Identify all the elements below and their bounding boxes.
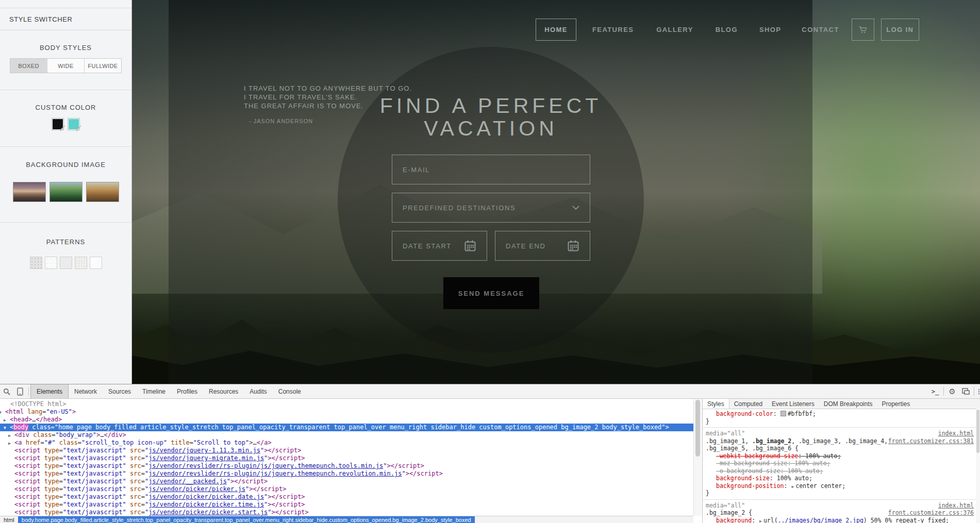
console-drawer-button[interactable]: >_ xyxy=(928,384,942,398)
nav-item-gallery[interactable]: GALLERY xyxy=(656,26,693,33)
gear-icon: ⚙ xyxy=(949,387,955,396)
tab-resources[interactable]: Resources xyxy=(203,384,244,398)
tab-timeline[interactable]: Timeline xyxy=(137,384,171,398)
quote-line: I TRAVEL NOT TO GO ANYWHERE BUT TO GO. xyxy=(244,84,412,93)
media-query-line: media="all"index.html xyxy=(706,502,980,510)
scrollbar-thumb[interactable] xyxy=(976,410,979,453)
body-style-wide[interactable]: WIDE xyxy=(47,59,85,73)
destinations-select[interactable]: PREDEFINED DESTINATIONS xyxy=(392,193,590,223)
tab-computed[interactable]: Computed xyxy=(729,399,767,409)
nav-item-shop[interactable]: SHOP xyxy=(759,26,781,33)
css-property[interactable]: background: ▶url(../images/bg/image_2.jp… xyxy=(706,517,980,523)
dom-row[interactable]: <script type="text/javascript" src="js/v… xyxy=(0,470,693,478)
rule-divider xyxy=(703,499,980,500)
body-style-fullwide[interactable]: FULLWIDE xyxy=(85,59,121,73)
css-property[interactable]: -webkit-background-size: 100% auto; xyxy=(706,452,980,460)
dom-row[interactable]: ▼<html lang="en-US"> xyxy=(0,408,693,416)
dock-icon xyxy=(962,388,970,395)
date-start-field[interactable]: DATE START xyxy=(392,231,487,261)
settings-button[interactable]: ⚙ xyxy=(945,384,959,398)
tab-sources[interactable]: Sources xyxy=(103,384,137,398)
background-thumbnail-3[interactable] xyxy=(86,182,119,202)
stylesheet-link[interactable]: index.html xyxy=(938,502,974,510)
dock-side-button[interactable] xyxy=(959,384,972,398)
calendar-icon xyxy=(464,240,476,252)
collapse-arrow-icon[interactable]: ▼ xyxy=(4,424,6,432)
nav-item-home[interactable]: HOME xyxy=(536,19,576,41)
dom-row[interactable]: ▶<head>…</head> xyxy=(0,416,693,424)
pattern-swatch-5[interactable] xyxy=(90,257,102,269)
expand-arrow-icon[interactable]: ▶ xyxy=(8,440,11,447)
tab-event-listeners[interactable]: Event Listeners xyxy=(767,399,819,409)
chevron-down-icon xyxy=(572,206,579,210)
collapse-arrow-icon[interactable]: ▼ xyxy=(0,409,2,416)
login-button[interactable]: LOG IN xyxy=(881,19,919,41)
dom-row[interactable]: <!DOCTYPE html> xyxy=(0,400,693,408)
dom-row[interactable]: <script type="text/javascript" src="js/v… xyxy=(0,493,693,501)
tab-network[interactable]: Network xyxy=(69,384,103,398)
dom-row[interactable]: <script type="text/javascript" src="js/v… xyxy=(0,462,693,470)
pattern-swatch-2[interactable] xyxy=(45,257,57,269)
expand-arrow-icon[interactable]: ▶ xyxy=(4,416,6,424)
cart-button[interactable] xyxy=(852,19,874,41)
css-rules-list: background-color: #bfbfbf;}media="all"in… xyxy=(703,409,980,523)
css-property[interactable]: -o-background-size: 100% auto; xyxy=(706,467,980,475)
stylesheet-link[interactable]: front.customizer.css:376 xyxy=(888,509,974,517)
nav-label: HOME xyxy=(544,26,568,33)
color-swatch-dark[interactable] xyxy=(52,118,64,130)
hero-title: FIND A PERFECT VACATION xyxy=(352,94,630,140)
pattern-swatch-4[interactable] xyxy=(75,257,87,269)
nav-item-blog[interactable]: BLOG xyxy=(716,26,738,33)
elements-scrollbar[interactable] xyxy=(693,399,702,516)
dom-row[interactable]: ▶<a href="#" class="scroll_to_top icon-u… xyxy=(0,439,693,447)
toolbar-separator xyxy=(943,387,944,396)
tab-elements[interactable]: Elements xyxy=(30,384,69,398)
stylesheet-link[interactable]: index.html xyxy=(938,430,974,437)
nav-item-contact[interactable]: CONTACT xyxy=(802,26,839,33)
rule-selector[interactable]: .bg_image_2 {front.customizer.css:376 xyxy=(706,509,980,517)
css-property[interactable]: background-position: ▶center center; xyxy=(706,482,980,490)
expand-arrow-icon[interactable]: ▶ xyxy=(8,432,11,440)
body-style-boxed[interactable]: BOXED xyxy=(10,59,47,73)
pattern-swatch-1[interactable] xyxy=(30,257,42,269)
tab-dom-breakpoints[interactable]: DOM Breakpoints xyxy=(819,399,877,409)
styles-scrollbar[interactable] xyxy=(976,409,980,523)
nav-item-features[interactable]: FEATURES xyxy=(592,26,634,33)
email-field[interactable] xyxy=(392,155,590,184)
breadcrumb-selected-body[interactable]: body.home.page.body_filled.article_style… xyxy=(18,516,475,523)
image-url-link[interactable]: ../images/bg/image_2.jpg xyxy=(778,517,863,523)
inspect-element-button[interactable] xyxy=(0,384,13,398)
more-options-button[interactable]: ⋮ xyxy=(976,384,980,398)
dom-row[interactable]: <script type="text/javascript" src="js/v… xyxy=(0,509,693,516)
rule-selector[interactable]: .bg_image_5, .bg_image_6 { xyxy=(706,445,980,452)
dom-row[interactable]: <script type="text/javascript" src="js/v… xyxy=(0,478,693,485)
date-end-field[interactable]: DATE END xyxy=(495,231,590,261)
tab-properties[interactable]: Properties xyxy=(877,399,915,409)
rule-selector[interactable]: .bg_image_1, .bg_image_2, .bg_image_3, .… xyxy=(706,437,980,445)
tab-audits[interactable]: Audits xyxy=(244,384,272,398)
stylesheet-link[interactable]: front.customizer.css:381 xyxy=(888,437,974,445)
dom-row[interactable]: <script type="text/javascript" src="js/v… xyxy=(0,501,693,509)
device-mode-button[interactable] xyxy=(13,384,27,398)
dom-row[interactable]: ▶<div class="body_wrap">…</div> xyxy=(0,431,693,439)
dom-row-selected[interactable]: ▼<body class="home page body_filled arti… xyxy=(0,424,693,431)
expand-value-icon[interactable]: ▶ xyxy=(791,484,794,489)
dom-row[interactable]: <script type="text/javascript" src="js/v… xyxy=(0,447,693,454)
tab-console[interactable]: Console xyxy=(273,384,307,398)
divider xyxy=(0,90,131,90)
color-swatch-accent[interactable] xyxy=(68,118,80,130)
tab-styles[interactable]: Styles xyxy=(703,399,729,409)
breadcrumb-html[interactable]: html xyxy=(0,516,18,523)
tab-profiles[interactable]: Profiles xyxy=(171,384,203,398)
scrollbar-thumb[interactable] xyxy=(695,400,700,457)
dom-row[interactable]: <script type="text/javascript" src="js/v… xyxy=(0,454,693,462)
css-property[interactable]: -moz-background-size: 100% auto; xyxy=(706,460,980,467)
pattern-swatch-3[interactable] xyxy=(60,257,72,269)
css-property[interactable]: background-size: 100% auto; xyxy=(706,475,980,482)
expand-value-icon[interactable]: ▶ xyxy=(759,519,762,523)
dom-row[interactable]: <script type="text/javascript" src="js/v… xyxy=(0,485,693,493)
background-thumbnail-1[interactable] xyxy=(13,182,46,202)
css-property[interactable]: background-color: #bfbfbf; xyxy=(706,410,980,418)
background-thumbnail-2[interactable] xyxy=(49,182,82,202)
send-message-button[interactable]: SEND MESSAGE xyxy=(443,277,539,309)
